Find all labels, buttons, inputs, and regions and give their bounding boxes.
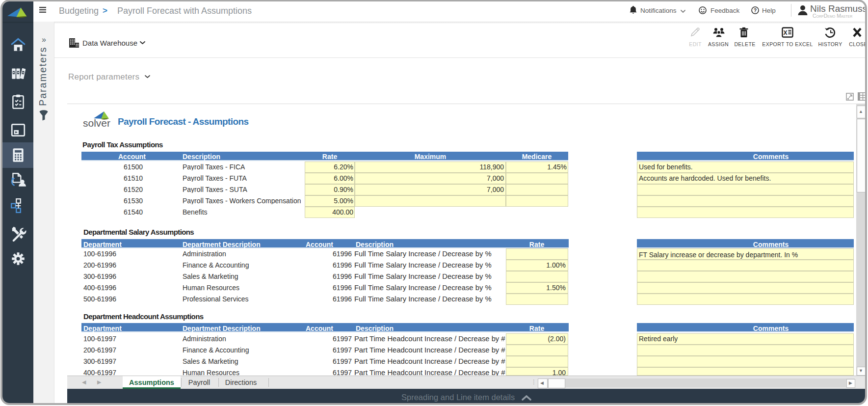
svg-text:?: ? <box>754 8 757 13</box>
svg-text:X: X <box>783 29 787 36</box>
